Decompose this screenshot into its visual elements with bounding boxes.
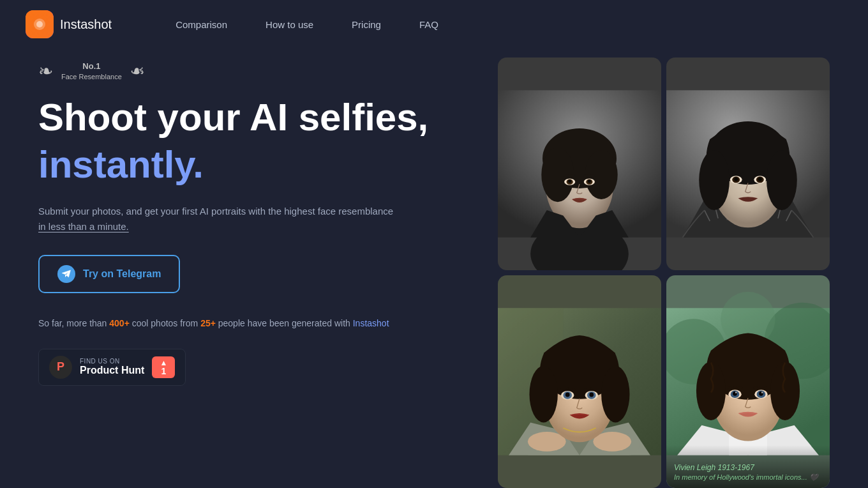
photo-card-2 <box>666 57 830 270</box>
photo-svg-3 <box>498 275 661 488</box>
stats-suffix: people have been generated with <box>216 318 353 328</box>
badge-text: No.1 Face Resemblance <box>61 61 122 81</box>
telegram-svg-icon <box>61 270 71 278</box>
photo-grid: Vivien Leigh 1913-1967 In memory of Holl… <box>498 55 830 488</box>
svg-point-60 <box>735 392 737 393</box>
main-content: ❧ No.1 Face Resemblance ❧ Shoot your AI … <box>0 49 868 488</box>
telegram-cta-button[interactable]: Try on Telegram <box>38 255 180 293</box>
svg-point-52 <box>696 362 726 420</box>
svg-point-21 <box>767 150 797 210</box>
photo-card-3 <box>498 275 661 488</box>
caption-overlay: Vivien Leigh 1913-1967 In memory of Holl… <box>666 445 830 488</box>
stats-prefix: So far, more than <box>38 318 109 328</box>
logo-text: Instashot <box>60 17 112 32</box>
navbar: Instashot Comparison How to use Pricing … <box>0 0 868 49</box>
logo-svg <box>26 10 54 38</box>
svg-point-42 <box>565 393 570 397</box>
svg-point-20 <box>699 150 730 210</box>
badge-description: Face Resemblance <box>61 72 122 81</box>
product-hunt-icon: P <box>49 356 72 379</box>
stats-middle: cool photos from <box>130 318 200 328</box>
svg-point-15 <box>588 179 591 183</box>
stats-photos-count: 400+ <box>109 318 130 328</box>
svg-point-37 <box>601 366 629 423</box>
ph-name-label: Product Hunt <box>80 365 144 376</box>
hero-title-line1: Shoot your AI selfies, <box>38 96 472 139</box>
ph-vote-button[interactable]: ▲ 1 <box>152 356 175 378</box>
nav-pricing[interactable]: Pricing <box>352 19 381 30</box>
svg-point-36 <box>529 366 557 423</box>
photo-svg-1 <box>498 57 661 270</box>
ph-arrow-icon: ▲ <box>160 359 167 367</box>
stats-text: So far, more than 400+ cool photos from … <box>38 316 472 330</box>
vivien-caption: Vivien Leigh 1913-1967 <box>674 463 822 472</box>
svg-point-2 <box>36 21 43 27</box>
svg-point-26 <box>734 177 738 181</box>
laurel-left-icon: ❧ <box>38 63 56 80</box>
left-panel: ❧ No.1 Face Resemblance ❧ Shoot your AI … <box>38 55 472 488</box>
logo-icon <box>26 10 54 38</box>
photo-svg-2 <box>666 57 830 270</box>
ph-find-us-label: FIND US ON <box>80 358 144 365</box>
badge-row: ❧ No.1 Face Resemblance ❧ <box>38 61 472 81</box>
nav-comparison[interactable]: Comparison <box>176 19 227 30</box>
laurel-badge: ❧ No.1 Face Resemblance ❧ <box>38 61 145 81</box>
product-hunt-text: FIND US ON Product Hunt <box>80 358 144 376</box>
ph-vote-count: 1 <box>161 367 166 376</box>
svg-point-53 <box>770 362 800 420</box>
logo[interactable]: Instashot <box>26 10 112 38</box>
hero-subtitle: Submit your photos, and get your first A… <box>38 204 396 234</box>
laurel-right-icon: ❧ <box>127 63 145 80</box>
nav-how-to-use[interactable]: How to use <box>266 19 313 30</box>
nav-faq[interactable]: FAQ <box>419 19 438 30</box>
nav-links: Comparison How to use Pricing FAQ <box>176 19 438 30</box>
svg-point-43 <box>589 393 594 397</box>
photo-card-1 <box>498 57 661 270</box>
product-hunt-badge[interactable]: P FIND US ON Product Hunt ▲ 1 <box>38 349 186 386</box>
svg-point-61 <box>761 392 763 393</box>
badge-number: No.1 <box>61 61 122 72</box>
vivien-subcaption: In memory of Hollywood's immortal icons.… <box>674 473 822 482</box>
hero-title-line2: instantly. <box>38 144 472 186</box>
svg-point-27 <box>758 177 762 181</box>
photo-card-4: Vivien Leigh 1913-1967 In memory of Holl… <box>666 275 830 488</box>
svg-point-14 <box>568 179 571 183</box>
stats-people-count: 25+ <box>200 318 216 328</box>
telegram-icon <box>57 265 75 283</box>
telegram-cta-label: Try on Telegram <box>83 268 161 280</box>
stats-brand: Instashot <box>353 318 389 328</box>
